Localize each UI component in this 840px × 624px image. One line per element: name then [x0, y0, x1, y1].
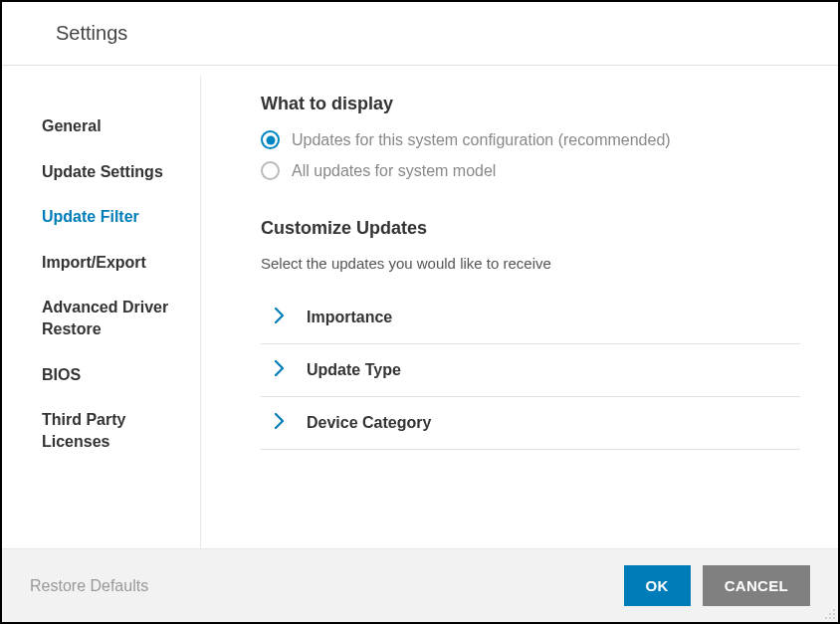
main-panel: What to display Updates for this system …: [201, 66, 838, 622]
accordion-device-category[interactable]: Device Category: [261, 397, 800, 450]
cancel-button[interactable]: CANCEL: [703, 565, 810, 606]
customize-updates-heading: Customize Updates: [261, 218, 800, 239]
accordion-importance[interactable]: Importance: [261, 292, 800, 344]
radio-label: Updates for this system configuration (r…: [292, 131, 671, 149]
sidebar-item-general[interactable]: General: [40, 104, 200, 149]
accordion-update-type[interactable]: Update Type: [261, 344, 800, 397]
sidebar-item-advanced-driver-restore[interactable]: Advanced Driver Restore: [40, 285, 200, 351]
radio-option-all-updates[interactable]: All updates for system model: [261, 161, 800, 180]
footer-button-group: OK CANCEL: [624, 565, 810, 606]
page-title: Settings: [56, 22, 818, 45]
window-body: General Update Settings Update Filter Im…: [2, 66, 838, 622]
radio-icon: [261, 130, 280, 149]
svg-point-1: [829, 613, 831, 615]
window-header: Settings: [2, 2, 838, 66]
customize-updates-subtitle: Select the updates you would like to rec…: [261, 255, 800, 272]
resize-grip-icon[interactable]: [824, 608, 836, 620]
sidebar-item-import-export[interactable]: Import/Export: [40, 240, 200, 286]
ok-button[interactable]: OK: [624, 565, 691, 606]
customize-updates-section: Customize Updates Select the updates you…: [261, 218, 800, 450]
sidebar-item-third-party-licenses[interactable]: Third Party Licenses: [40, 397, 200, 464]
radio-label: All updates for system model: [292, 162, 496, 180]
radio-option-this-system[interactable]: Updates for this system configuration (r…: [261, 130, 800, 149]
settings-sidebar: General Update Settings Update Filter Im…: [2, 76, 201, 592]
chevron-right-icon: [275, 413, 285, 433]
sidebar-item-update-settings[interactable]: Update Settings: [40, 149, 200, 195]
restore-defaults-link[interactable]: Restore Defaults: [30, 577, 148, 595]
what-to-display-heading: What to display: [261, 94, 800, 114]
svg-point-5: [833, 617, 835, 619]
svg-point-0: [833, 609, 835, 611]
svg-point-2: [833, 613, 835, 615]
chevron-right-icon: [275, 360, 285, 380]
dialog-footer: Restore Defaults OK CANCEL: [2, 548, 838, 622]
accordion-label: Update Type: [307, 361, 401, 379]
sidebar-item-update-filter[interactable]: Update Filter: [40, 194, 200, 240]
radio-icon: [261, 161, 280, 180]
chevron-right-icon: [275, 308, 285, 327]
accordion-label: Device Category: [307, 414, 431, 432]
sidebar-item-bios[interactable]: BIOS: [40, 352, 200, 398]
svg-point-4: [829, 617, 831, 619]
settings-window: Settings General Update Settings Update …: [2, 2, 838, 622]
accordion-label: Importance: [307, 309, 392, 326]
svg-point-3: [825, 617, 827, 619]
